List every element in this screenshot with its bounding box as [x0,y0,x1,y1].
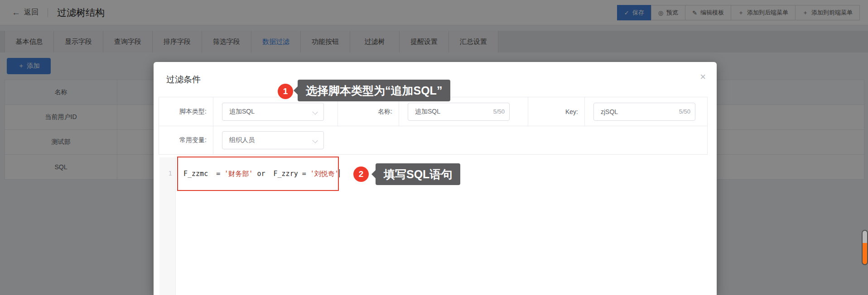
common-var-value: 组织人员 [222,136,323,144]
line-number: 1 [169,170,172,177]
sql-string-segment: '财务部' [224,170,253,178]
step-2-text: 填写SQL语句 [384,167,452,182]
editor-gutter: 1 [159,157,176,295]
name-value: 追加SQL [408,108,493,116]
name-input[interactable]: 追加SQL 5/50 [408,103,510,121]
name-label: 名称: [338,97,399,126]
key-cell: zjSQL 5/50 [585,97,707,126]
name-counter: 5/50 [493,108,509,115]
sql-string-segment: '刘悦奇' [310,170,339,178]
key-value: zjSQL [594,108,679,115]
step-2-badge: 2 [353,167,369,182]
sql-plain-segment: F_zzmc = [183,170,224,178]
form-row-2: 常用变量: 组织人员 [159,126,707,154]
dialog-title: 过滤条件 [166,74,201,86]
text-cursor [339,169,340,177]
key-input[interactable]: zjSQL 5/50 [593,103,695,121]
screen: ← 返回 过滤树结构 ✓保存◎预览✎编辑模板＋添加到后端菜单＋添加到前端菜单 基… [0,0,868,295]
step-1-badge: 1 [278,84,293,99]
common-var-cell: 组织人员 [213,126,707,154]
form-row-1: 脚本类型: 追加SQL 名称: 追加SQL 5/50 Key: [159,97,707,126]
script-type-cell: 追加SQL [213,97,338,126]
common-var-label: 常用变量: [159,126,213,154]
script-type-label: 脚本类型: [159,97,213,126]
close-icon[interactable]: × [700,72,706,82]
sql-highlight-box: F_zzmc = '财务部' or F_zzry = '刘悦奇' [177,157,339,191]
common-var-select[interactable]: 组织人员 [222,131,324,149]
key-label: Key: [528,97,585,126]
step-1-text: 选择脚本类型为“追加SQL” [306,83,442,98]
step-2-tooltip: 填写SQL语句 [376,163,460,185]
step-1-tooltip: 选择脚本类型为“追加SQL” [298,80,450,101]
script-type-select[interactable]: 追加SQL [222,103,324,121]
key-counter: 5/50 [679,108,695,115]
name-cell: 追加SQL 5/50 [399,97,528,126]
sql-plain-segment: or [253,170,273,178]
sql-code-line[interactable]: F_zzmc = '财务部' or F_zzry = '刘悦奇' [183,169,340,178]
tooltip-arrow-icon [294,86,298,95]
scroll-indicator[interactable] [862,230,868,265]
script-type-value: 追加SQL [222,108,323,116]
tooltip-arrow-icon [371,170,376,179]
filter-form: 脚本类型: 追加SQL 名称: 追加SQL 5/50 Key: [159,97,708,155]
sql-plain-segment: F_zzry = [274,170,310,178]
